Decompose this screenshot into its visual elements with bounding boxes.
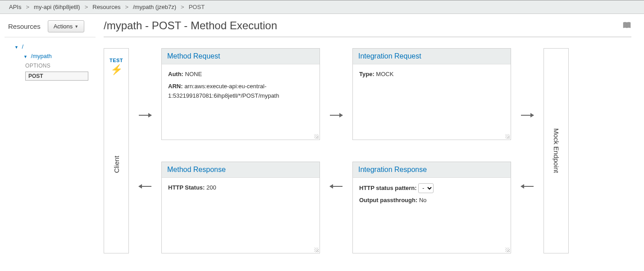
tree-method-post[interactable]: POST <box>25 72 88 81</box>
client-panel[interactable]: TEST ⚡ Client <box>104 48 129 253</box>
resize-handle-icon[interactable] <box>505 248 510 252</box>
endpoint-panel: Mock Endpoint <box>544 48 569 253</box>
main-content: /mypath - POST - Method Execution TEST ⚡… <box>98 14 644 271</box>
type-label: Type: <box>359 71 375 77</box>
arn-label: ARN: <box>168 83 183 90</box>
integration-response-card[interactable]: Integration Response HTTP status pattern… <box>352 162 511 253</box>
passthrough-label: Output passthrough: <box>359 197 417 203</box>
method-request-card[interactable]: Method Request Auth: NONE ARN: arn:aws:e… <box>161 48 320 140</box>
test-link[interactable]: TEST <box>110 49 123 63</box>
pattern-select[interactable]: - <box>418 183 434 193</box>
http-status-value: 200 <box>206 184 216 191</box>
arrow-left-icon <box>521 186 534 187</box>
auth-label: Auth: <box>168 71 183 77</box>
lightning-icon: ⚡ <box>110 64 123 76</box>
method-request-title: Method Request <box>162 49 320 64</box>
sidebar-title: Resources <box>8 23 41 30</box>
breadcrumb-resources[interactable]: Resources <box>92 4 120 10</box>
method-response-title: Method Response <box>162 162 320 178</box>
book-icon[interactable] <box>622 21 631 31</box>
breadcrumb-sep: > <box>181 4 184 10</box>
method-response-card[interactable]: Method Response HTTP Status: 200 <box>161 162 320 253</box>
http-status-label: HTTP Status: <box>168 184 205 191</box>
breadcrumb-path[interactable]: /mypath (jzeb7z) <box>133 4 176 10</box>
actions-button[interactable]: Actions ▼ <box>48 20 85 32</box>
breadcrumb-api-name[interactable]: my-api (6ihp8jetll) <box>34 4 80 10</box>
tree-root[interactable]: / <box>22 43 24 50</box>
breadcrumb-apis[interactable]: APIs <box>9 4 21 10</box>
arrow-left-icon <box>139 186 151 187</box>
caret-icon[interactable]: ▼ <box>23 54 27 59</box>
endpoint-label: Mock Endpoint <box>553 128 560 173</box>
breadcrumb: APIs > my-api (6ihp8jetll) > Resources >… <box>0 0 644 14</box>
breadcrumb-method: POST <box>189 4 205 10</box>
breadcrumb-sep: > <box>85 4 88 10</box>
breadcrumb-sep: > <box>26 4 29 10</box>
tree-path[interactable]: /mypath <box>31 53 52 59</box>
resource-tree: ▼ / ▼ /mypath OPTIONS POST <box>5 37 96 82</box>
arrow-right-icon <box>139 115 151 116</box>
tree-method-options[interactable]: OPTIONS <box>25 63 50 69</box>
integration-request-title: Integration Request <box>353 49 511 64</box>
resize-handle-icon[interactable] <box>314 134 319 139</box>
breadcrumb-sep: > <box>125 4 128 10</box>
sidebar: Resources Actions ▼ ▼ / ▼ /mypath OPTION… <box>0 14 98 271</box>
actions-label: Actions <box>54 23 73 30</box>
arn-value: arn:aws:execute-api:eu-central-1:5321991… <box>168 83 279 99</box>
client-label: Client <box>113 147 120 182</box>
caret-icon[interactable]: ▼ <box>14 45 18 50</box>
integration-request-card[interactable]: Integration Request Type: MOCK <box>352 48 511 140</box>
arrow-right-icon <box>330 115 343 116</box>
resize-handle-icon[interactable] <box>314 248 319 252</box>
chevron-down-icon: ▼ <box>74 24 78 29</box>
arrow-right-icon <box>521 115 534 116</box>
pattern-label: HTTP status pattern: <box>359 185 417 191</box>
page-title: /mypath - POST - Method Execution <box>104 19 277 32</box>
passthrough-value: No <box>419 197 427 203</box>
integration-response-title: Integration Response <box>353 162 511 178</box>
method-execution-diagram: TEST ⚡ Client Method Request Auth: NONE <box>104 37 631 253</box>
arrow-left-icon <box>330 186 343 187</box>
auth-value: NONE <box>185 71 202 77</box>
type-value: MOCK <box>376 71 393 77</box>
resize-handle-icon[interactable] <box>505 134 510 139</box>
